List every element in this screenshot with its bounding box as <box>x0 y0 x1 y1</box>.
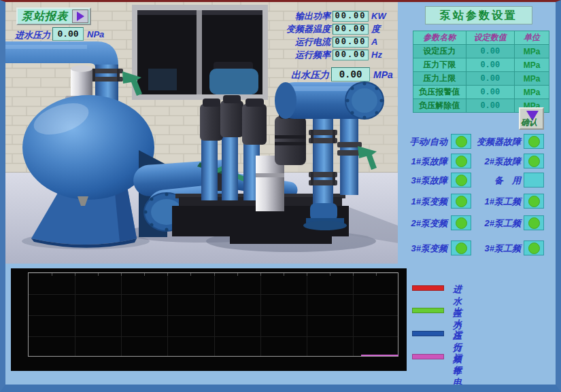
parameter-column-header: 参数名称 <box>413 31 466 45</box>
axis-tick <box>167 273 168 276</box>
status-label: 1#泵故障 <box>393 156 447 168</box>
green-lamp-icon <box>528 156 540 167</box>
parameter-value-field[interactable]: 0.00 <box>466 45 515 58</box>
hmi-screen: 泵站报表 进水压力 0.00 NPa 输出功率00.00KW变频器温度00.00… <box>0 0 561 392</box>
parameter-name: 负压报警值 <box>413 86 466 99</box>
green-lamp-icon <box>528 196 540 207</box>
green-lamp-icon <box>528 136 540 147</box>
green-lamp-icon <box>528 217 540 229</box>
parameter-value-field[interactable]: 0.00 <box>466 99 515 113</box>
gridline <box>353 273 354 356</box>
confirm-button-label: 确认 <box>521 117 537 128</box>
gridline <box>29 294 398 295</box>
parameter-table-header: 参数名称设定数值单位 <box>413 31 549 45</box>
parameter-row: 压力上限0.00MPa <box>413 72 549 86</box>
output-readouts: 输出功率00.00KW变频器温度00.00度运行电流00.00A运行频率00.0… <box>254 10 390 62</box>
gridline <box>121 273 122 356</box>
inlet-pressure-label: 进水压力 <box>15 29 50 41</box>
parameter-name: 设定压力 <box>413 45 466 58</box>
legend-color-bar <box>412 308 444 313</box>
parameter-value-field[interactable]: 0.00 <box>466 86 515 99</box>
parameter-unit: MPa <box>515 86 549 99</box>
status-lamp <box>524 215 544 230</box>
green-lamp-icon <box>528 243 540 254</box>
status-label: 3#泵工频 <box>464 243 521 255</box>
readout-label: 变频器温度 <box>254 23 330 35</box>
legend-label: 运行电流 <box>453 352 462 392</box>
status-label: 1#泵变频 <box>393 196 447 208</box>
parameter-name: 压力下限 <box>413 58 466 72</box>
legend-color-bar <box>412 285 444 291</box>
status-label: 2#泵故障 <box>464 156 521 168</box>
gridline <box>260 273 261 356</box>
gridline <box>29 336 398 337</box>
status-label: 3#泵故障 <box>393 175 447 187</box>
outlet-pressure-value: 0.00 <box>331 67 370 82</box>
parameter-row: 负压报警值0.00MPa <box>413 86 549 99</box>
readout-row: 变频器温度00.00度 <box>254 23 380 35</box>
status-label: 2#泵工频 <box>464 217 521 230</box>
axis-tick <box>144 273 145 276</box>
parameter-unit: MPa <box>515 72 549 86</box>
readout-row: 输出功率00.00KW <box>254 10 386 22</box>
readout-value: 00.00 <box>333 24 369 35</box>
axis-tick <box>376 273 377 276</box>
axis-tick <box>284 273 284 276</box>
inlet-pressure-value: 0.00 <box>52 27 84 41</box>
status-label: 1#泵工频 <box>464 196 521 208</box>
parameter-value-field[interactable]: 0.00 <box>466 58 515 72</box>
parameter-table: 参数名称设定数值单位 设定压力0.00MPa压力下限0.00MPa压力上限0.0… <box>413 31 549 113</box>
report-button[interactable]: 泵站报表 <box>16 7 91 25</box>
gridline <box>29 315 398 316</box>
readout-unit: Hz <box>371 50 382 60</box>
readout-row: 运行频率00.00Hz <box>254 49 382 60</box>
axis-tick <box>330 273 330 276</box>
settings-panel-title: 泵站参数设置 <box>425 6 532 24</box>
status-label: 3#泵变频 <box>393 243 447 255</box>
status-lamp <box>524 240 544 255</box>
axis-tick <box>307 273 307 276</box>
parameter-name: 压力上限 <box>413 72 466 86</box>
inlet-pressure-unit: NPa <box>87 29 104 39</box>
gridline <box>214 273 215 356</box>
trend-plot-area <box>28 272 398 357</box>
readout-value: 00.00 <box>333 11 369 22</box>
axis-tick <box>52 273 52 276</box>
status-label: 备 用 <box>464 175 521 187</box>
parameter-unit: MPa <box>515 58 549 72</box>
legend-color-bar <box>412 354 444 359</box>
status-lamp <box>524 154 544 168</box>
parameter-name: 负压解除值 <box>413 99 466 113</box>
status-lamp <box>524 194 544 209</box>
status-label: 手动/自动 <box>393 136 447 148</box>
axis-tick <box>121 273 122 276</box>
gridline <box>167 273 168 356</box>
readout-row: 运行电流00.00A <box>254 36 377 48</box>
play-icon[interactable] <box>72 10 88 23</box>
outlet-pressure-unit: MPa <box>373 69 393 80</box>
axis-tick <box>237 273 238 276</box>
parameter-value-field[interactable]: 0.00 <box>466 72 515 86</box>
axis-tick <box>260 273 261 276</box>
outlet-pressure-label: 出水压力 <box>291 69 329 82</box>
parameter-unit: MPa <box>515 45 549 58</box>
report-button-label: 泵站报表 <box>18 10 72 24</box>
readout-unit: 度 <box>371 23 380 35</box>
readout-unit: A <box>371 37 377 47</box>
axis-tick <box>353 273 354 276</box>
window <box>132 5 268 100</box>
status-lamp <box>524 134 544 149</box>
status-label: 变频器故障 <box>464 136 521 148</box>
axis-tick <box>98 273 99 276</box>
readout-value: 00.00 <box>333 37 369 48</box>
status-lamp-empty <box>524 173 544 188</box>
readout-label: 运行电流 <box>254 36 330 48</box>
readout-label: 输出功率 <box>254 10 330 22</box>
gridline <box>307 273 307 356</box>
readout-unit: KW <box>371 11 386 21</box>
readout-label: 运行频率 <box>254 49 330 61</box>
confirm-button[interactable]: 确认 <box>519 107 544 130</box>
axis-tick <box>75 273 75 276</box>
parameter-column-header: 单位 <box>515 31 549 45</box>
axis-tick <box>190 273 191 276</box>
